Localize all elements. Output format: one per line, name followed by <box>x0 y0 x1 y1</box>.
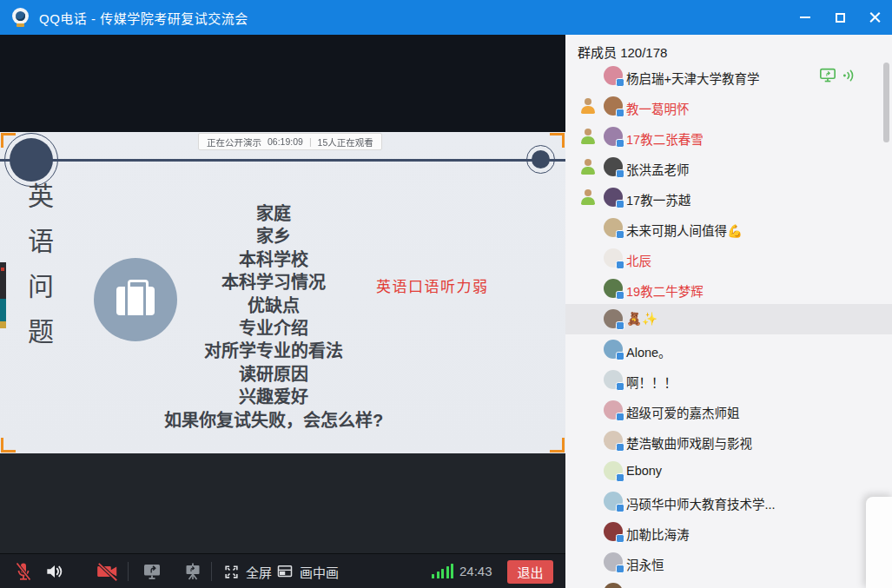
demo-presentation-button[interactable] <box>182 554 203 588</box>
member-row[interactable]: 🧸✨ <box>565 304 892 334</box>
avatar <box>604 492 623 511</box>
selection-bracket-bottom-right <box>550 438 565 453</box>
member-row[interactable]: Alone。 <box>565 334 892 365</box>
shared-screen-area: 英语问题 家庭家乡本科学校本科学习情况优缺点专业介绍对所学专业的看法读研原因兴趣… <box>0 35 565 588</box>
slide-question-line: 本科学校 <box>56 248 491 271</box>
member-row[interactable]: 超级可爱的嘉杰师姐 <box>565 395 892 426</box>
avatar <box>604 157 623 176</box>
in-call-badge <box>616 139 624 148</box>
camera-muted-icon <box>96 560 120 583</box>
exit-call-button[interactable]: 退出 <box>507 560 553 584</box>
qq-call-webcam-icon <box>11 8 30 27</box>
member-row[interactable]: 19教二牛梦辉 <box>565 274 892 304</box>
camera-muted-button[interactable] <box>96 554 120 588</box>
member-name: 泪永恒 <box>626 555 664 573</box>
member-name: 加勒比海涛 <box>626 525 690 543</box>
slide-question-line: 对所学专业的看法 <box>56 340 491 362</box>
avatar <box>604 552 623 571</box>
avatar <box>604 66 623 85</box>
member-row[interactable] <box>565 578 892 588</box>
letterbox-bottom <box>0 453 565 553</box>
in-call-badge <box>616 109 624 117</box>
projector-screen-icon <box>182 561 203 582</box>
member-name: 未来可期人间值得💪 <box>626 221 743 239</box>
close-button[interactable] <box>857 0 892 35</box>
maximize-icon <box>836 13 845 23</box>
member-row[interactable]: Ebony <box>565 456 892 486</box>
member-row[interactable]: 北辰 <box>565 243 892 274</box>
picture-in-picture-button[interactable]: 画中画 <box>276 554 339 588</box>
member-row[interactable]: 教一葛明怀 <box>565 91 892 122</box>
member-row[interactable]: 泪永恒 <box>565 547 892 578</box>
selection-bracket-top-left <box>1 133 16 148</box>
member-name: 19教二牛梦辉 <box>626 281 704 300</box>
presentation-slide: 英语问题 家庭家乡本科学校本科学习情况优缺点专业介绍对所学专业的看法读研原因兴趣… <box>0 132 565 453</box>
member-panel: 群成员 120/178 杨启瑞+天津大学教育学教一葛明怀17教二张春雪张洪孟老师… <box>565 35 892 588</box>
picture-in-picture-label: 画中画 <box>300 563 339 581</box>
title-bar: QQ电话 - 传媒学院考研复试交流会 <box>0 0 892 35</box>
avatar <box>604 188 623 207</box>
slide-question-list: 家庭家乡本科学校本科学习情况优缺点专业介绍对所学专业的看法读研原因兴趣爱好如果你… <box>56 202 491 432</box>
microphone-muted-button[interactable] <box>13 554 34 588</box>
presenting-status-text: 正在公开演示 <box>207 135 261 149</box>
slide-red-annotation: 英语口语听力弱 <box>376 274 489 296</box>
member-row[interactable]: 杨启瑞+天津大学教育学 <box>565 61 892 91</box>
member-name: 张洪孟老师 <box>626 160 690 178</box>
in-call-badge <box>616 261 624 269</box>
avatar <box>604 522 623 541</box>
slide-decor-small-circle <box>532 150 550 168</box>
slide-section-label: 英语问题 <box>19 182 57 363</box>
share-screen-button[interactable] <box>142 554 162 588</box>
selection-bracket-top-right <box>550 133 565 148</box>
fullscreen-button[interactable]: 全屏 <box>223 554 272 588</box>
member-row[interactable]: 张洪孟老师 <box>565 152 892 182</box>
avatar <box>604 431 623 450</box>
in-call-badge <box>616 352 624 360</box>
member-row[interactable]: 17教一苏越 <box>565 182 892 213</box>
member-name: Ebony <box>626 464 662 478</box>
in-call-badge <box>616 473 624 482</box>
member-row[interactable]: 啊！！！ <box>565 365 892 395</box>
avatar <box>604 96 623 116</box>
slide-question-line: 兴趣爱好 <box>56 386 491 408</box>
member-row[interactable]: 未来可期人间值得💪 <box>565 213 892 243</box>
slide-question-line: 家庭 <box>56 202 491 225</box>
maximize-button[interactable] <box>823 0 857 35</box>
member-row[interactable]: 加勒比海涛 <box>565 517 892 547</box>
selection-bracket-bottom-left <box>1 438 16 453</box>
member-row[interactable]: 楚浩敏曲师戏剧与影视 <box>565 426 892 456</box>
audio-active-icon <box>841 68 856 83</box>
fullscreen-label: 全屏 <box>246 563 272 581</box>
network-signal-icon <box>432 564 453 578</box>
avatar <box>604 461 623 480</box>
presenting-status-banner: 正在公开演示 06:19:09 | 15人正在观看 <box>198 133 382 150</box>
scrollbar-thumb[interactable] <box>883 63 889 142</box>
in-call-badge <box>616 565 624 573</box>
overlapping-window-corner <box>866 497 892 588</box>
in-call-badge <box>616 382 624 391</box>
green-person-status-icon <box>580 189 596 205</box>
picture-in-picture-icon <box>276 563 294 580</box>
slide-question-line: 家乡 <box>56 225 491 248</box>
call-toolbar: 全屏 画中画 24:43 退出 <box>0 553 565 588</box>
member-name: Alone。 <box>626 342 671 360</box>
minimize-button[interactable] <box>788 0 823 35</box>
in-call-badge <box>616 230 624 239</box>
toolbar-divider <box>128 562 129 581</box>
in-call-badge <box>616 169 624 178</box>
member-row[interactable]: 17教二张春雪 <box>565 122 892 152</box>
member-name: 教一葛明怀 <box>626 99 690 117</box>
member-name: 啊！！！ <box>626 373 677 391</box>
presenting-duration: 06:19:09 <box>268 136 303 147</box>
call-duration: 24:43 <box>459 564 492 578</box>
window-controls <box>788 0 892 35</box>
toolbar-divider <box>211 562 212 581</box>
member-name: 杨启瑞+天津大学教育学 <box>626 69 759 87</box>
speaker-button[interactable] <box>43 554 66 588</box>
member-row[interactable]: 冯硕华中师大教育技术学... <box>565 486 892 517</box>
member-name: 北辰 <box>626 251 651 269</box>
member-name: 17教一苏越 <box>626 190 690 208</box>
avatar <box>604 400 623 420</box>
avatar <box>604 279 623 298</box>
avatar <box>604 583 623 588</box>
